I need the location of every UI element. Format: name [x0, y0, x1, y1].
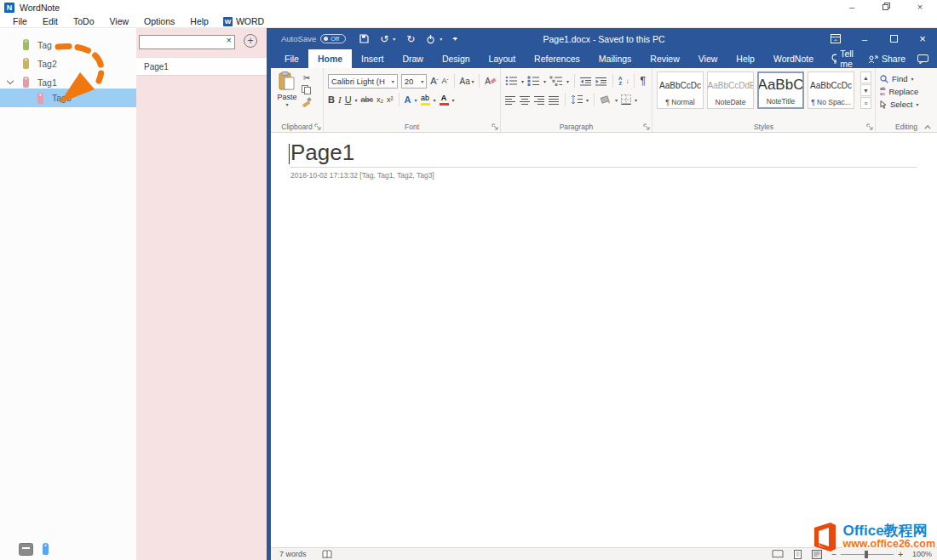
- menu-word[interactable]: WORD: [236, 16, 264, 26]
- text-effects-button[interactable]: A: [405, 94, 411, 105]
- menu-file[interactable]: File: [5, 16, 35, 26]
- chevron-expand-icon[interactable]: [7, 77, 14, 84]
- bullet-dropdown-icon[interactable]: ▾: [521, 78, 524, 84]
- redo-icon[interactable]: ↻: [406, 33, 415, 45]
- style-notedate[interactable]: AaBbCcDdE NoteDate: [707, 71, 754, 109]
- page-list-item[interactable]: Page1: [136, 57, 267, 76]
- increase-indent-icon[interactable]: [595, 77, 607, 86]
- menu-edit[interactable]: Edit: [35, 16, 66, 26]
- menu-view[interactable]: View: [102, 16, 137, 26]
- shrink-font-button[interactable]: Aˇ: [442, 77, 449, 85]
- underline-button[interactable]: U: [345, 94, 352, 105]
- borders-dropdown-icon[interactable]: ▾: [635, 97, 637, 103]
- tab-wordnote[interactable]: WordNote: [764, 49, 823, 68]
- style-nospacing[interactable]: AaBbCcDc ¶ No Spac...: [808, 71, 854, 109]
- app-close-button[interactable]: ×: [903, 0, 937, 14]
- styles-scroll-up-button[interactable]: ▲: [860, 71, 871, 83]
- select-dropdown-icon[interactable]: ▾: [916, 101, 918, 107]
- add-page-button[interactable]: +: [244, 34, 257, 48]
- clear-formatting-button[interactable]: A: [485, 77, 497, 86]
- word-close-button[interactable]: ×: [908, 28, 937, 49]
- multilevel-list-icon[interactable]: [549, 76, 563, 86]
- share-button[interactable]: Share: [868, 54, 905, 64]
- select-button[interactable]: Select ▾: [880, 98, 934, 111]
- numbered-dropdown-icon[interactable]: ▾: [543, 78, 546, 84]
- highlight-button[interactable]: ab: [421, 94, 430, 106]
- print-layout-icon[interactable]: [793, 550, 802, 559]
- ribbon-display-options-button[interactable]: [821, 28, 850, 49]
- tab-mailings[interactable]: Mailings: [589, 49, 641, 68]
- undo-dropdown-icon[interactable]: ▾: [393, 36, 395, 42]
- decrease-indent-icon[interactable]: [580, 77, 592, 86]
- touch-mode-dropdown-icon[interactable]: ▾: [440, 36, 442, 42]
- sidebar-item-tag2[interactable]: Tag2: [0, 54, 136, 72]
- tab-references[interactable]: References: [525, 49, 589, 68]
- sidebar-item-tag[interactable]: Tag: [0, 36, 136, 54]
- tab-view[interactable]: View: [689, 49, 727, 68]
- cut-icon[interactable]: ✂: [302, 73, 312, 83]
- tab-insert[interactable]: Insert: [352, 49, 393, 68]
- tab-review[interactable]: Review: [641, 49, 688, 68]
- notebook-icon[interactable]: [19, 543, 33, 556]
- app-restore-button[interactable]: [869, 0, 903, 14]
- style-notetitle-selected[interactable]: AaBbC NoteTitle: [757, 71, 804, 109]
- tab-design[interactable]: Design: [433, 49, 480, 68]
- paste-button[interactable]: Paste ▾: [275, 71, 299, 120]
- copy-icon[interactable]: [302, 85, 311, 94]
- grow-font-button[interactable]: Aˆ: [430, 76, 438, 86]
- bullet-list-icon[interactable]: [505, 76, 518, 86]
- menu-help[interactable]: Help: [182, 16, 216, 26]
- superscript-button[interactable]: x²: [387, 95, 394, 104]
- find-dropdown-icon[interactable]: ▾: [911, 76, 913, 82]
- word-minimize-button[interactable]: –: [850, 28, 879, 49]
- tell-me-box[interactable]: Tell me: [823, 49, 868, 68]
- change-case-button[interactable]: Aa ▾: [460, 77, 474, 86]
- note-meta-text[interactable]: 2018-10-02 17:13:32 [Tag, Tag1, Tag2, Ta…: [290, 171, 434, 180]
- tab-draw[interactable]: Draw: [393, 49, 433, 68]
- tab-file[interactable]: File: [275, 49, 308, 68]
- word-count[interactable]: 7 words: [279, 550, 307, 558]
- style-normal[interactable]: AaBbCcDc ¶ Normal: [657, 71, 704, 109]
- bold-button[interactable]: B: [328, 94, 335, 105]
- word-maximize-button[interactable]: [879, 28, 908, 49]
- styles-more-button[interactable]: ≡: [860, 97, 871, 109]
- align-center-icon[interactable]: [520, 95, 531, 105]
- tab-layout[interactable]: Layout: [480, 49, 526, 68]
- styles-scroll-down-button[interactable]: ▼: [860, 84, 871, 96]
- shading-icon[interactable]: [600, 94, 612, 105]
- multilevel-dropdown-icon[interactable]: ▾: [566, 78, 569, 84]
- font-color-button[interactable]: A: [440, 94, 449, 106]
- borders-icon[interactable]: [621, 94, 631, 105]
- strikethrough-button[interactable]: abc: [361, 95, 374, 104]
- shading-dropdown-icon[interactable]: ▾: [615, 97, 618, 103]
- save-icon[interactable]: [359, 34, 369, 43]
- comments-icon[interactable]: [917, 54, 928, 64]
- font-color-dropdown-icon[interactable]: ▾: [452, 97, 455, 103]
- format-painter-icon[interactable]: [302, 97, 312, 107]
- find-button[interactable]: Find ▾: [880, 72, 934, 85]
- underline-dropdown-icon[interactable]: ▾: [355, 97, 358, 103]
- italic-button[interactable]: I: [338, 94, 342, 105]
- show-paragraph-marks-button[interactable]: ¶: [640, 75, 645, 87]
- align-right-icon[interactable]: [534, 95, 545, 105]
- highlight-dropdown-icon[interactable]: ▾: [434, 97, 436, 103]
- menu-todo[interactable]: ToDo: [66, 16, 102, 26]
- blue-tag-icon[interactable]: [40, 542, 51, 556]
- paste-dropdown-icon[interactable]: ▾: [285, 101, 288, 107]
- replace-button[interactable]: ab ac Replace: [880, 85, 934, 98]
- search-input[interactable]: [139, 35, 235, 49]
- app-minimize-button[interactable]: –: [835, 0, 869, 14]
- touch-mode-icon[interactable]: [426, 34, 435, 44]
- styles-dialog-launcher-icon[interactable]: [866, 123, 873, 130]
- collapse-ribbon-icon[interactable]: [924, 125, 931, 129]
- clipboard-dialog-launcher-icon[interactable]: [314, 123, 321, 130]
- read-mode-icon[interactable]: [772, 550, 784, 558]
- sidebar-item-tag3-selected[interactable]: Tag3: [0, 89, 136, 107]
- subscript-button[interactable]: x₂: [377, 95, 383, 104]
- font-size-select[interactable]: 20▾: [401, 74, 427, 89]
- font-dialog-launcher-icon[interactable]: [491, 123, 498, 130]
- sort-button[interactable]: A Z: [618, 76, 622, 86]
- undo-icon[interactable]: ↺: [380, 33, 388, 45]
- align-left-icon[interactable]: [505, 95, 516, 105]
- line-spacing-dropdown-icon[interactable]: ▾: [586, 97, 589, 103]
